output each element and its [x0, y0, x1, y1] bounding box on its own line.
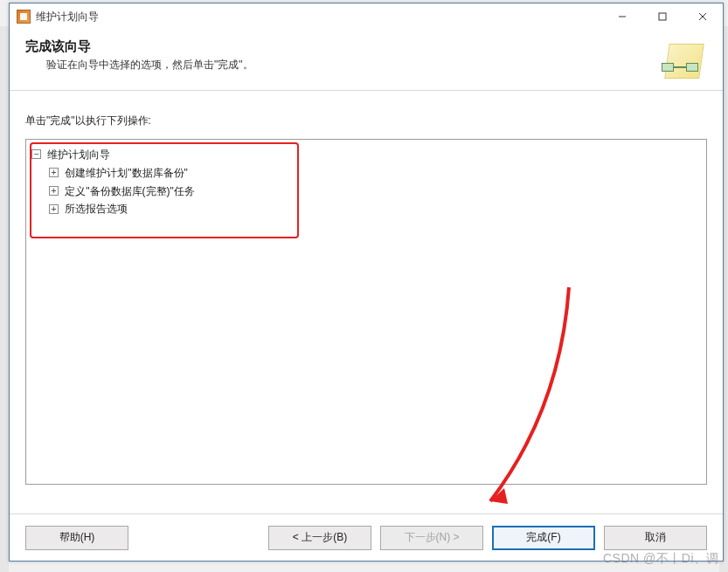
expand-icon[interactable]: + — [49, 186, 59, 196]
window-controls — [602, 3, 723, 30]
window-title: 维护计划向导 — [36, 10, 99, 24]
wizard-icon — [658, 42, 707, 82]
wizard-window: 维护计划向导 完成该向导 验证在向导中选择的选项，然后单击"完成"。 单击" — [9, 3, 724, 562]
svg-marker-4 — [490, 488, 508, 504]
expand-icon[interactable]: + — [49, 204, 59, 214]
tree-child-item[interactable]: + 定义"备份数据库(完整)"任务 — [49, 182, 701, 200]
cancel-button[interactable]: 取消 — [604, 526, 707, 550]
close-icon — [698, 12, 707, 21]
content-area: 单击"完成"以执行下列操作: − 维护计划向导 + 创建维护计划"数据库备份" — [10, 91, 723, 485]
titlebar: 维护计划向导 — [10, 3, 723, 30]
wizard-header: 完成该向导 验证在向导中选择的选项，然后单击"完成"。 — [10, 30, 723, 91]
instruction-text: 单击"完成"以执行下列操作: — [25, 114, 707, 128]
tree-child-item[interactable]: + 所选报告选项 — [49, 199, 701, 217]
watermark-text: CSDN @不丨Di、调 — [603, 551, 719, 567]
expand-icon[interactable]: + — [49, 168, 59, 177]
maximize-button[interactable] — [642, 3, 683, 30]
app-icon — [17, 10, 31, 24]
help-button[interactable]: 帮助(H) — [25, 526, 128, 550]
minimize-icon — [618, 12, 627, 21]
summary-tree-box: − 维护计划向导 + 创建维护计划"数据库备份" + 定义"备份数据库(完整)"… — [25, 139, 707, 485]
back-button[interactable]: < 上一步(B) — [268, 526, 371, 550]
tree-child-label: 定义"备份数据库(完整)"任务 — [65, 184, 195, 196]
tree-child-item[interactable]: + 创建维护计划"数据库备份" — [49, 163, 701, 182]
summary-tree: − 维护计划向导 + 创建维护计划"数据库备份" + 定义"备份数据库(完整)"… — [31, 145, 701, 217]
svg-rect-1 — [659, 13, 666, 20]
background-gutter-left — [0, 26, 9, 572]
collapse-icon[interactable]: − — [31, 149, 41, 159]
next-button: 下一步(N) > — [380, 526, 483, 550]
finish-button[interactable]: 完成(F) — [492, 526, 595, 550]
maximize-icon — [658, 12, 667, 21]
tree-root-label: 维护计划向导 — [47, 148, 110, 161]
tree-child-label: 创建维护计划"数据库备份" — [65, 167, 188, 179]
tree-child-label: 所选报告选项 — [65, 203, 128, 215]
tree-root-item[interactable]: − 维护计划向导 + 创建维护计划"数据库备份" + 定义"备份数据库(完整)"… — [31, 145, 701, 217]
close-button[interactable] — [683, 3, 723, 30]
page-subtitle: 验证在向导中选择的选项，然后单击"完成"。 — [46, 58, 658, 72]
minimize-button[interactable] — [602, 3, 642, 30]
page-title: 完成该向导 — [25, 38, 658, 55]
